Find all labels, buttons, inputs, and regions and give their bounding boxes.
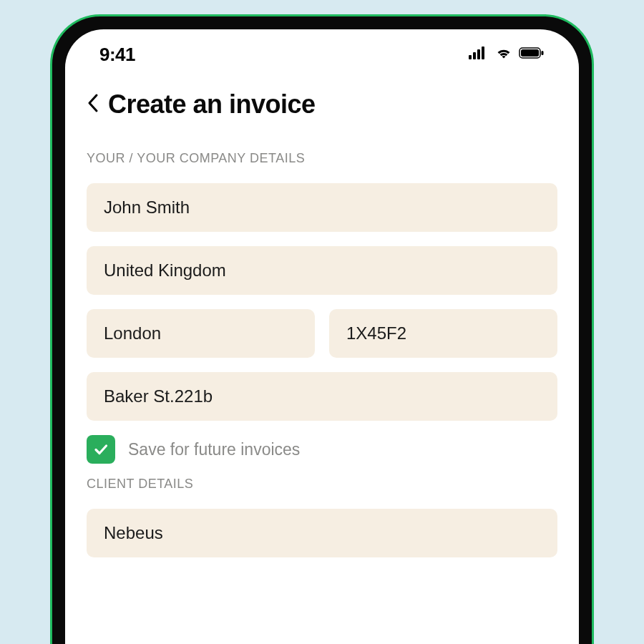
svg-rect-2 xyxy=(477,49,480,59)
save-checkbox-row: Save for future invoices xyxy=(87,435,557,464)
back-button[interactable] xyxy=(87,93,99,117)
status-icons xyxy=(469,47,545,62)
company-section-label: YOUR / YOUR COMPANY DETAILS xyxy=(87,151,557,166)
svg-rect-0 xyxy=(469,55,472,59)
wifi-icon xyxy=(494,47,513,62)
status-bar: 9:41 xyxy=(65,29,579,72)
svg-rect-1 xyxy=(473,52,476,59)
city-postcode-row: London 1X45F2 xyxy=(87,309,557,372)
client-name-field[interactable]: Nebeus xyxy=(87,509,557,557)
company-name-field[interactable]: John Smith xyxy=(87,183,557,232)
save-checkbox-label: Save for future invoices xyxy=(128,440,300,459)
phone-frame: 9:41 xyxy=(50,14,594,644)
battery-icon xyxy=(519,47,545,62)
client-section-label: CLIENT DETAILS xyxy=(87,477,557,492)
svg-rect-3 xyxy=(482,47,484,59)
company-address-field[interactable]: Baker St.221b xyxy=(87,372,557,421)
svg-rect-6 xyxy=(542,51,544,55)
save-checkbox[interactable] xyxy=(87,435,115,464)
content: YOUR / YOUR COMPANY DETAILS John Smith U… xyxy=(65,134,579,557)
check-icon xyxy=(92,441,109,458)
company-country-field[interactable]: United Kingdom xyxy=(87,246,557,295)
screen: 9:41 xyxy=(65,29,579,644)
company-city-field[interactable]: London xyxy=(87,309,315,358)
cellular-icon xyxy=(469,47,489,62)
company-postcode-field[interactable]: 1X45F2 xyxy=(329,309,557,358)
svg-rect-5 xyxy=(521,49,539,57)
status-time: 9:41 xyxy=(99,44,135,66)
header: Create an invoice xyxy=(65,72,579,134)
page-title: Create an invoice xyxy=(108,89,316,119)
